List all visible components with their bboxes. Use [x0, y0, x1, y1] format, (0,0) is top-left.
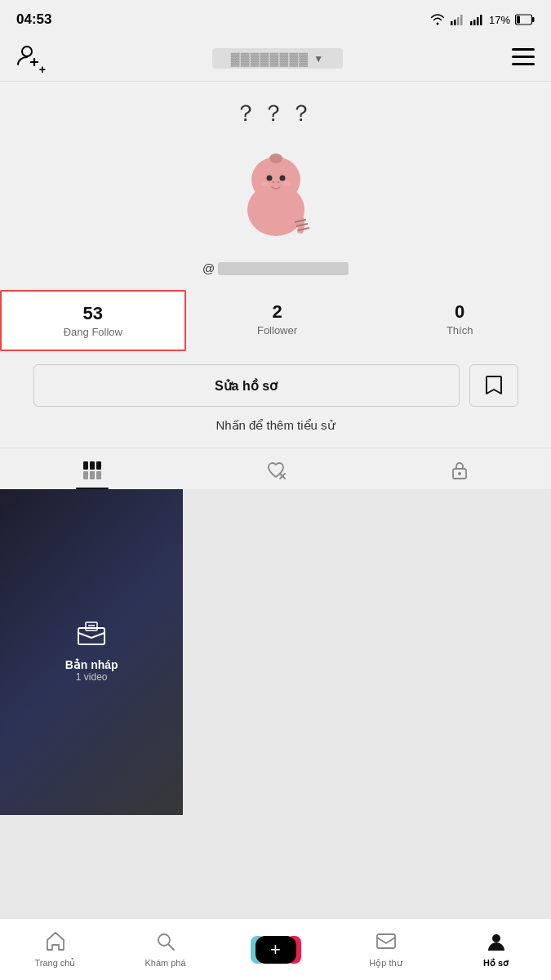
content-area: Bản nháp 1 video [0, 489, 551, 815]
svg-rect-14 [512, 63, 535, 65]
plus-icon: + [270, 939, 281, 960]
add-btn-wrap: + [220, 936, 331, 964]
svg-point-16 [251, 157, 300, 203]
svg-rect-4 [470, 21, 473, 25]
liked-icon [265, 460, 287, 481]
avatar-area: ？？？ [223, 98, 329, 247]
svg-point-20 [261, 181, 269, 186]
video-grid: Bản nháp 1 video [0, 489, 551, 815]
home-icon [45, 931, 66, 956]
svg-rect-1 [454, 20, 456, 25]
svg-point-11 [22, 47, 32, 56]
svg-rect-9 [532, 17, 535, 22]
grid-icon [82, 460, 103, 481]
profile-section: ？？？ [0, 82, 551, 448]
svg-rect-3 [460, 15, 463, 25]
svg-point-44 [492, 934, 500, 942]
bookmark-button[interactable] [469, 364, 518, 407]
username-value [218, 262, 349, 275]
username-dropdown[interactable]: ▓▓▓▓▓▓▓▓ ▼ [212, 48, 343, 69]
svg-line-42 [168, 945, 174, 951]
svg-rect-39 [86, 622, 97, 630]
signal2-icon [469, 14, 484, 25]
signal-icon [450, 14, 464, 25]
question-marks: ？？？ [234, 98, 318, 129]
svg-point-21 [282, 181, 291, 186]
svg-point-23 [277, 181, 278, 183]
following-label: Đang Follow [64, 326, 122, 338]
status-time: 04:53 [16, 11, 51, 28]
avatar [223, 132, 329, 247]
profile-icon [486, 931, 507, 956]
followers-count: 2 [272, 301, 282, 323]
wifi-icon [430, 14, 445, 25]
add-user-button[interactable] [16, 42, 42, 74]
action-row: Sửa hồ sơ [33, 364, 518, 407]
nav-explore-label: Khám phá [144, 958, 185, 968]
tab-liked[interactable] [184, 448, 367, 489]
top-nav: ▓▓▓▓▓▓▓▓ ▼ [0, 36, 551, 82]
svg-rect-30 [96, 461, 101, 470]
status-bar: 04:53 17% [0, 0, 551, 36]
svg-point-19 [279, 176, 285, 181]
hamburger-icon [512, 48, 535, 66]
stat-likes[interactable]: 0 Thích [368, 290, 551, 351]
tab-videos[interactable] [0, 448, 184, 489]
chevron-down-icon: ▼ [313, 53, 323, 65]
nav-explore[interactable]: Khám phá [110, 931, 220, 968]
username-display: ▓▓▓▓▓▓▓▓ [231, 51, 309, 65]
lock-icon [449, 460, 470, 481]
draft-title: Bản nháp [65, 658, 118, 671]
bookmark-icon [485, 375, 503, 396]
edit-profile-button[interactable]: Sửa hồ sơ [33, 364, 460, 407]
svg-rect-29 [90, 461, 95, 470]
add-content-button[interactable]: + [256, 936, 296, 964]
nav-profile-label: Hồ sơ [483, 958, 509, 969]
nav-inbox[interactable]: Hộp thư [331, 931, 441, 969]
at-symbol: @ [202, 261, 215, 275]
stat-followers[interactable]: 2 Follower [186, 290, 369, 351]
svg-rect-6 [477, 17, 479, 25]
bio-hint[interactable]: Nhấn để thêm tiểu sử [216, 418, 335, 433]
nav-home-label: Trang chủ [34, 958, 75, 969]
svg-point-18 [266, 176, 272, 181]
draft-thumbnail[interactable]: Bản nháp 1 video [0, 489, 183, 815]
svg-rect-5 [473, 20, 476, 25]
svg-point-22 [272, 181, 273, 183]
svg-rect-32 [90, 471, 95, 479]
svg-rect-31 [83, 471, 88, 479]
tabs-bar [0, 448, 551, 489]
battery-icon [515, 14, 535, 25]
battery-text: 17% [489, 14, 510, 26]
tab-private[interactable] [367, 448, 551, 489]
likes-label: Thích [447, 324, 473, 336]
nav-home[interactable]: Trang chủ [0, 931, 110, 969]
svg-rect-43 [377, 934, 395, 948]
bottom-nav: Trang chủ Khám phá + Hộp thư [0, 918, 551, 980]
search-icon [155, 931, 176, 956]
svg-rect-12 [512, 48, 535, 51]
svg-point-17 [269, 154, 282, 163]
svg-rect-10 [517, 16, 520, 24]
svg-rect-0 [451, 21, 453, 25]
svg-rect-27 [270, 200, 282, 212]
following-count: 53 [83, 303, 103, 324]
svg-rect-7 [480, 15, 482, 25]
nav-inbox-label: Hộp thư [369, 958, 402, 969]
draft-count: 1 video [65, 671, 118, 683]
username-at-row: @ [202, 261, 349, 275]
status-icons: 17% [430, 14, 535, 26]
svg-rect-28 [83, 461, 88, 470]
draft-icon [65, 621, 118, 652]
nav-profile[interactable]: Hồ sơ [441, 931, 551, 969]
svg-rect-2 [457, 17, 460, 25]
svg-point-37 [458, 472, 461, 475]
menu-button[interactable] [512, 48, 535, 69]
stats-row: 53 Đang Follow 2 Follower 0 Thích [0, 290, 551, 351]
followers-label: Follower [257, 324, 297, 336]
stat-following[interactable]: 53 Đang Follow [0, 290, 186, 351]
svg-rect-33 [96, 471, 101, 479]
svg-rect-13 [512, 56, 535, 58]
inbox-icon [375, 931, 397, 956]
likes-count: 0 [455, 301, 464, 323]
